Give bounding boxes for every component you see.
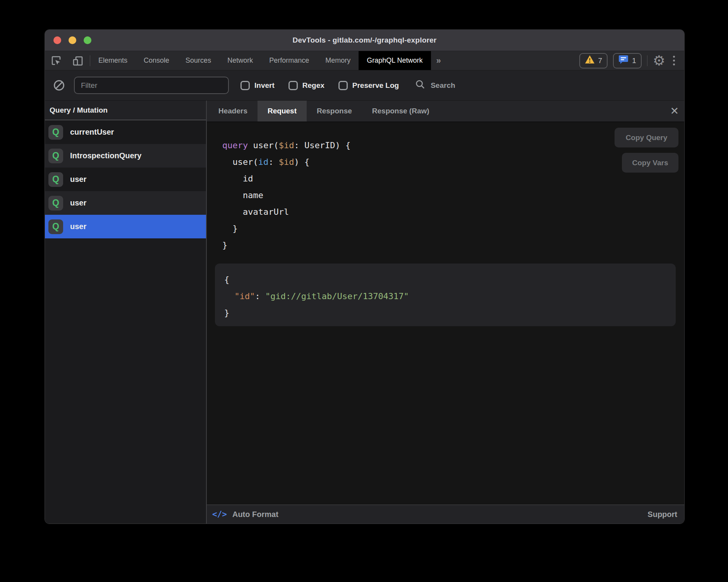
detail-tab[interactable]: Response [307,101,362,122]
query-type-badge: Q [48,196,63,211]
code-token: user( [248,140,278,150]
title-bar: DevTools - gitlab.com/-/graphql-explorer [45,30,684,51]
code-token: { [224,275,229,284]
code-line: } [224,305,676,321]
query-list-item[interactable]: Q user [45,168,206,191]
devtools-tab[interactable]: Console [136,51,177,70]
devtools-window: DevTools - gitlab.com/-/graphql-explorer… [45,29,685,524]
code-token: query [222,140,248,150]
code-line: { [224,271,676,288]
devtools-tab[interactable]: GraphQL Network [359,51,431,70]
devtools-tab-label: Sources [185,56,211,65]
query-list-panel: Query / Mutation Q currentUser Q Introsp… [45,101,207,524]
checkbox-icon[interactable] [288,81,298,90]
search-label: Search [431,81,455,90]
code-line: avatarUrl [222,204,684,220]
devtools-tab[interactable]: Memory [317,51,359,70]
code-token [224,291,235,301]
warning-icon [585,55,595,66]
auto-format-button[interactable]: Auto Format [232,510,278,519]
code-token: ) { [294,157,309,167]
code-token: "gid://gitlab/User/13704317" [265,291,409,301]
checkbox-icon[interactable] [338,81,348,90]
detail-tab-label: Request [268,107,297,115]
code-line: } [222,220,684,237]
message-icon [618,55,628,67]
settings-gear-icon[interactable]: ⚙ [653,54,665,68]
code-line: name [222,187,684,204]
code-token: "id" [235,291,255,301]
issues-badge[interactable]: 1 [613,53,642,68]
filter-checkboxes: Invert Regex Preserve Log [240,81,399,90]
filter-toolbar: Invert Regex Preserve Log Search [45,70,684,101]
query-list-item[interactable]: Q IntrospectionQuery [45,144,206,168]
filter-input[interactable] [74,77,229,94]
devtools-tab-label: Console [144,56,169,65]
copy-query-button[interactable]: Copy Query [615,128,678,147]
filter-checkbox-option[interactable]: Regex [288,81,325,90]
device-toolbar-icon[interactable] [72,55,84,67]
toolbar-divider [647,55,647,66]
code-line: "id": "gid://gitlab/User/13704317" [224,288,676,305]
copy-vars-button[interactable]: Copy Vars [622,153,678,173]
search-icon [415,79,425,91]
code-token: id [258,157,269,167]
query-type-badge: Q [48,149,63,163]
devtools-tab-label: Elements [98,56,127,65]
devtools-tab-label: Network [227,56,253,65]
checkbox-label: Invert [254,81,275,90]
inspect-element-icon[interactable] [50,55,62,67]
detail-tab-bar: HeadersRequestResponseResponse (Raw) ✕ [207,101,684,122]
search-control[interactable]: Search [415,79,455,91]
code-line: } [222,237,684,253]
devtools-tab[interactable]: Elements [90,51,136,70]
code-line: user(id: $id) { [222,154,684,170]
query-list-item[interactable]: Q user [45,215,206,238]
code-token: } [222,240,227,250]
detail-tab[interactable]: Response (Raw) [362,101,440,122]
query-type-badge: Q [48,219,63,234]
devtools-tab[interactable]: Performance [261,51,317,70]
kebab-menu-icon[interactable] [671,56,677,65]
code-token: : [255,291,265,301]
devtools-tab-label: GraphQL Network [367,56,422,65]
query-name-label: user [70,199,86,207]
detail-footer: </> Auto Format Support [207,505,684,524]
warnings-badge[interactable]: 7 [579,53,608,68]
detail-tab[interactable]: Headers [208,101,258,122]
more-tabs-button[interactable]: » [431,51,446,70]
close-icon[interactable]: ✕ [670,101,679,122]
query-list-header: Query / Mutation [45,101,206,120]
checkbox-icon[interactable] [240,81,250,90]
code-token: : UserID) { [294,140,350,150]
code-token: : [268,157,279,167]
devtools-tab[interactable]: Network [219,51,261,70]
query-type-badge: Q [48,125,63,140]
checkbox-label: Regex [302,81,325,90]
clear-filter-icon[interactable] [54,80,64,91]
devtools-tab-label: Memory [325,56,350,65]
code-token: name [222,190,263,200]
code-token: user( [222,157,258,167]
query-list-item[interactable]: Q user [45,191,206,215]
request-detail-panel: HeadersRequestResponseResponse (Raw) ✕ q… [207,101,684,524]
query-code-block: query user($id: UserID) { user(id: $id) … [222,137,684,253]
support-link[interactable]: Support [647,510,677,519]
code-token: $id [279,157,294,167]
query-name-label: user [70,175,86,184]
query-name-label: IntrospectionQuery [70,151,141,160]
detail-tab[interactable]: Request [258,101,307,122]
filter-checkbox-option[interactable]: Invert [240,81,275,90]
issues-count: 1 [632,56,636,65]
code-token: } [224,308,229,318]
devtools-tab-label: Performance [269,56,309,65]
warning-count: 7 [598,56,603,65]
query-list-item[interactable]: Q currentUser [45,120,206,144]
code-icon: </> [212,510,227,519]
query-list: Q currentUser Q IntrospectionQuery Q use… [45,120,206,238]
query-type-badge: Q [48,172,63,187]
code-token: } [222,224,238,233]
code-token: id [222,174,253,183]
filter-checkbox-option[interactable]: Preserve Log [338,81,399,90]
devtools-tab[interactable]: Sources [177,51,219,70]
